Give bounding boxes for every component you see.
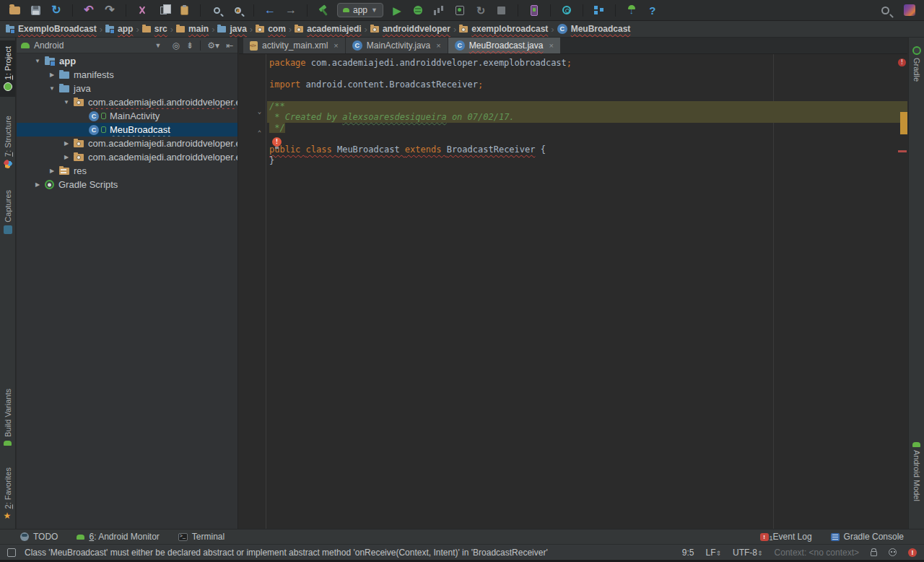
- line-ending-selector[interactable]: LF⇕: [705, 548, 721, 558]
- stripe-error-marker[interactable]: [898, 150, 907, 152]
- intention-bulb-icon[interactable]: !: [272, 137, 282, 147]
- tool-button-project[interactable]: 1: Project: [0, 40, 15, 97]
- close-icon[interactable]: ×: [436, 41, 440, 50]
- chevron-right-icon[interactable]: ▶: [63, 154, 70, 160]
- run-configuration-select[interactable]: app ▼: [337, 3, 383, 17]
- undo-button[interactable]: ↶: [82, 3, 96, 17]
- search-icon: [881, 7, 889, 14]
- navigate-forward-button[interactable]: →: [284, 3, 298, 17]
- breadcrumb-separator: ›: [100, 24, 103, 35]
- breadcrumb-item-academiajedi[interactable]: academiajedi: [295, 24, 361, 34]
- tool-button-structure[interactable]: 7: Structure: [0, 110, 15, 174]
- rerun-button[interactable]: ↻: [474, 3, 488, 17]
- collapse-all-icon[interactable]: ⇟: [186, 40, 193, 51]
- editor-gutter: ⌄ ⌃: [239, 54, 266, 529]
- toolwindow-toggle-icon[interactable]: [7, 548, 16, 557]
- tool-button-build-variants[interactable]: Build Variants: [0, 383, 15, 451]
- hammer-icon: [318, 4, 329, 16]
- tree-row-gradle-scripts[interactable]: ▶ Gradle Scripts: [17, 178, 237, 191]
- breadcrumb-item-project[interactable]: ExemploBroadcast: [6, 24, 97, 34]
- tool-button-event-log[interactable]: ! Event Log: [760, 532, 812, 542]
- tab-meubroadcast-java[interactable]: C MeuBroadcast.java ×: [448, 38, 561, 53]
- sync-button[interactable]: ↻: [49, 3, 64, 17]
- help-button[interactable]: ?: [645, 3, 660, 17]
- tool-button-favorites[interactable]: 2: Favorites: [0, 462, 15, 526]
- hide-panel-icon[interactable]: ⇤: [226, 40, 233, 51]
- chevron-down-icon: ▼: [371, 7, 378, 14]
- tree-row-mainactivity[interactable]: C MainActivity: [17, 109, 237, 123]
- breadcrumb-item-androiddveloper[interactable]: androiddveloper: [370, 24, 450, 34]
- replace-button[interactable]: [230, 3, 245, 17]
- run-button[interactable]: ▶: [390, 3, 404, 17]
- open-file-button[interactable]: [7, 3, 22, 17]
- copy-button[interactable]: [156, 3, 170, 17]
- fold-end-icon[interactable]: ⌃: [256, 129, 263, 137]
- chevron-down-icon[interactable]: ▼: [34, 58, 41, 64]
- structure-icon: [4, 160, 12, 168]
- tool-button-captures[interactable]: Captures: [0, 184, 15, 240]
- tool-button-todo[interactable]: TODO: [20, 532, 58, 542]
- tool-button-android-model[interactable]: Android Model: [909, 436, 924, 507]
- tree-row-res[interactable]: ▶ res: [17, 164, 237, 178]
- close-icon[interactable]: ×: [334, 41, 338, 50]
- lock-icon[interactable]: [871, 551, 877, 556]
- user-avatar[interactable]: [902, 3, 917, 17]
- stripe-selection-marker[interactable]: [900, 112, 907, 134]
- close-icon[interactable]: ×: [549, 41, 553, 50]
- breadcrumb-item-main[interactable]: main: [176, 24, 209, 34]
- search-everywhere-button[interactable]: [878, 3, 892, 17]
- sdk-manager-button[interactable]: [624, 3, 639, 17]
- tab-activity-main-xml[interactable]: activity_main.xml ×: [243, 38, 346, 53]
- chevron-right-icon[interactable]: ▶: [48, 168, 56, 174]
- make-project-button[interactable]: [316, 3, 331, 17]
- navigate-back-button[interactable]: ←: [263, 3, 277, 17]
- project-structure-button[interactable]: [592, 3, 606, 17]
- breadcrumb-item-com[interactable]: com: [256, 24, 286, 34]
- breadcrumb-item-app[interactable]: app: [105, 24, 133, 34]
- toolbar-separator: [518, 4, 518, 17]
- chevron-down-icon[interactable]: ▼: [154, 42, 161, 49]
- breadcrumb-item-java[interactable]: java: [217, 24, 246, 34]
- fold-collapse-icon[interactable]: ⌄: [256, 108, 263, 116]
- encoding-selector[interactable]: UTF-8⇕: [733, 548, 763, 558]
- save-all-button[interactable]: [28, 3, 43, 17]
- find-button[interactable]: [209, 3, 224, 17]
- cut-button[interactable]: [135, 3, 149, 17]
- redo-button[interactable]: ↷: [103, 3, 117, 17]
- breadcrumb-item-meubroadcast[interactable]: CMeuBroadcast: [557, 24, 631, 34]
- inspections-profile-icon[interactable]: [889, 548, 897, 556]
- code-editor[interactable]: ⌄ ⌃ package com.academiajedi.androiddvel…: [239, 54, 907, 529]
- context-indicator[interactable]: Context: <no context>: [775, 548, 859, 558]
- tree-row-package-androidtest[interactable]: ▶ com.academiajedi.androiddveloper.exemp…: [17, 137, 237, 150]
- tree-row-meubroadcast[interactable]: C MeuBroadcast: [17, 123, 237, 137]
- chevron-right-icon[interactable]: ▶: [48, 72, 56, 78]
- tree-row-java[interactable]: ▼ java: [17, 82, 237, 95]
- tab-mainactivity-java[interactable]: C MainActivity.java ×: [346, 38, 448, 53]
- tree-row-package-main[interactable]: ▼ com.academiajedi.androiddveloper.exemp…: [17, 95, 237, 109]
- breadcrumb-item-exemplobroadcast[interactable]: exemplobroadcast: [459, 24, 548, 34]
- paste-button[interactable]: [177, 3, 191, 17]
- tree-row-app[interactable]: ▼ app: [17, 54, 237, 68]
- tool-button-gradle-console[interactable]: Gradle Console: [831, 532, 904, 542]
- caret-position[interactable]: 9:5: [682, 548, 694, 558]
- breadcrumb-item-src[interactable]: src: [142, 24, 167, 34]
- gear-icon[interactable]: ⚙▾: [207, 40, 219, 51]
- run-with-coverage-button[interactable]: [432, 3, 446, 17]
- tool-button-gradle[interactable]: Gradle: [909, 40, 924, 87]
- gradle-sync-button[interactable]: [559, 3, 574, 17]
- chevron-down-icon[interactable]: ▼: [48, 85, 56, 92]
- chevron-down-icon[interactable]: ▼: [63, 99, 70, 105]
- debug-button[interactable]: [411, 3, 425, 17]
- avd-manager-button[interactable]: [527, 3, 541, 17]
- chevron-right-icon[interactable]: ▶: [63, 140, 70, 147]
- tool-button-android-monitor[interactable]: 6: Android Monitor: [77, 532, 159, 542]
- tree-row-manifests[interactable]: ▶ manifests: [17, 68, 237, 82]
- stop-button[interactable]: [494, 3, 509, 17]
- chevron-right-icon[interactable]: ▶: [34, 181, 41, 188]
- error-stripe[interactable]: !: [897, 54, 907, 529]
- tree-row-package-test[interactable]: ▶ com.academiajedi.androiddveloper.exemp…: [17, 150, 237, 164]
- tool-button-terminal[interactable]: Terminal: [178, 532, 225, 542]
- attach-debugger-button[interactable]: [453, 3, 467, 17]
- project-view-selector[interactable]: Android: [34, 40, 64, 51]
- locate-target-icon[interactable]: ◎: [173, 40, 180, 51]
